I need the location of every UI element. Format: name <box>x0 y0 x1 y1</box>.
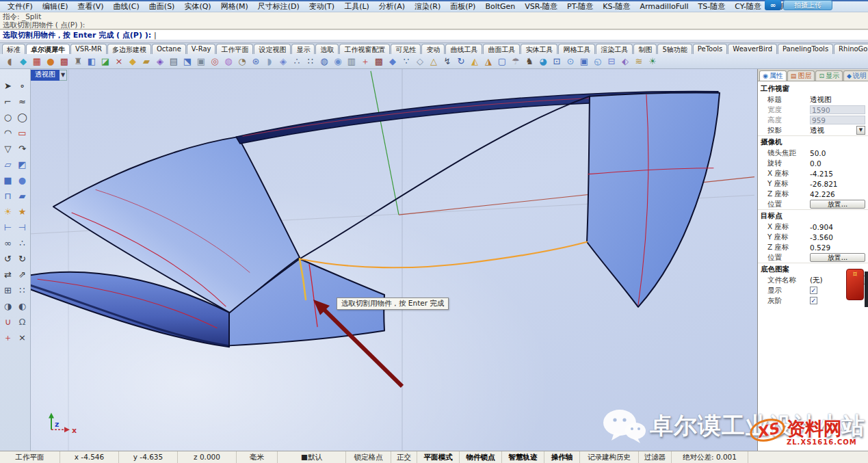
status-cell[interactable]: 毫米 <box>237 451 278 463</box>
menu-item[interactable]: 网格(M) <box>216 1 253 12</box>
tool-icon[interactable]: ⊢ <box>1 220 15 236</box>
status-cell[interactable]: z 0.000 <box>178 451 237 463</box>
grayscale-checkbox[interactable]: ✓ <box>810 297 817 304</box>
tool-icon[interactable]: ○ <box>1 110 15 126</box>
menu-item[interactable]: 面板(P) <box>445 1 480 12</box>
menu-item[interactable]: 曲线(C) <box>109 1 144 12</box>
camera-place-button[interactable]: 放置... <box>810 200 865 209</box>
toolbar-tab[interactable]: 选取 <box>315 44 339 54</box>
menu-item[interactable]: 渲染(R) <box>410 1 445 12</box>
menu-item[interactable]: 查看(V) <box>73 1 108 12</box>
property-value[interactable]: 0.0 <box>810 159 865 168</box>
toolbar-icon[interactable]: ▤ <box>167 55 181 68</box>
toolbar-icon[interactable]: ⬖ <box>618 55 632 68</box>
toolbar-icon[interactable]: ♜ <box>71 55 85 68</box>
upload-button[interactable]: 拍摄上传 <box>783 0 832 10</box>
toolbar-icon[interactable]: ▣ <box>577 55 591 68</box>
toolbar-tab[interactable]: PeTools <box>693 44 727 54</box>
toolbar-icon[interactable]: ▣ <box>194 55 208 68</box>
toolbar-icon[interactable]: ▰ <box>140 55 153 68</box>
tool-icon[interactable]: ▰ <box>15 189 29 204</box>
tool-icon[interactable]: ■ <box>1 173 15 189</box>
toolbar-tab[interactable]: 工作平面 <box>216 44 253 54</box>
toolbar-icon[interactable]: ◉ <box>331 55 345 68</box>
toolbar-icon[interactable]: ⬔ <box>181 55 194 68</box>
toolbar-tab[interactable]: VSR-MR <box>70 44 107 54</box>
toolbar-tab[interactable]: 标准 <box>2 44 25 54</box>
toolbar-icon[interactable]: ↻ <box>454 55 468 68</box>
status-cell[interactable]: 工作平面 <box>0 451 60 463</box>
panel-tab[interactable]: ◉ 属性 <box>759 70 787 81</box>
toolbar-icon[interactable]: ⊟ <box>605 55 618 68</box>
status-cell[interactable]: y -4.635 <box>119 451 178 463</box>
toolbar-icon[interactable]: ◔ <box>235 55 249 68</box>
status-cell[interactable]: 物件锁点 <box>460 451 502 463</box>
toolbar-icon[interactable]: ▩ <box>372 55 386 68</box>
toolbar-icon[interactable]: ⊡ <box>550 55 564 68</box>
toolbar-icon[interactable]: ⊙ <box>564 55 577 68</box>
menu-item[interactable]: 编辑(E) <box>38 1 73 12</box>
projection-dropdown[interactable]: 透视 ▼ <box>810 126 865 135</box>
tool-icon[interactable]: ⊞ <box>1 283 15 299</box>
tool-icon[interactable]: ⇄ <box>1 267 15 283</box>
property-value[interactable]: 0.529 <box>810 243 865 252</box>
status-cell[interactable]: 正交 <box>391 451 417 463</box>
tool-icon[interactable]: ◯ <box>15 110 29 126</box>
menu-item[interactable]: 工具(L) <box>339 1 374 12</box>
toolbar-icon[interactable]: ∷ <box>304 55 317 68</box>
menu-item[interactable]: 尺寸标注(D) <box>253 1 304 12</box>
toolbar-icon[interactable]: × <box>112 55 126 68</box>
toolbar-icon[interactable]: ◗ <box>263 55 276 68</box>
perspective-viewport[interactable]: 透视图 ▼ <box>31 69 757 451</box>
tool-icon[interactable]: ∪ <box>1 315 15 330</box>
toolbar-icon[interactable]: ◵ <box>591 55 605 68</box>
toolbar-icon[interactable]: ◮ <box>482 55 495 68</box>
toolbar-icon[interactable]: ⊛ <box>249 55 263 68</box>
toolbar-icon[interactable]: ↯ <box>440 55 454 68</box>
toolbar-icon[interactable]: ☂ <box>509 55 523 68</box>
tool-icon[interactable]: ◑ <box>1 299 15 315</box>
status-cell[interactable]: x -4.546 <box>60 451 119 463</box>
menu-item[interactable]: PT-随意 <box>562 1 598 12</box>
promo-red-icon[interactable]: ¤ <box>846 269 864 300</box>
show-checkbox[interactable]: ✓ <box>810 287 817 294</box>
toolbar-icon[interactable]: ◖ <box>3 55 16 68</box>
selected-curve-orange[interactable] <box>300 242 587 268</box>
viewport-title[interactable]: 透视图 <box>31 70 60 81</box>
property-value[interactable]: -26.821 <box>810 180 865 188</box>
menu-item[interactable]: BoltGen <box>480 2 520 11</box>
status-cell[interactable]: 过滤器 <box>639 451 672 463</box>
property-value[interactable]: 50.0 <box>810 149 865 157</box>
toolbar-icon[interactable]: ● <box>44 55 57 68</box>
toolbar-tab[interactable]: 可见性 <box>391 44 421 54</box>
toolbar-icon[interactable]: ◆ <box>386 55 399 68</box>
tool-icon[interactable]: ➤ <box>1 79 15 94</box>
menu-item[interactable]: VSR-随意 <box>520 1 562 12</box>
toolbar-icon[interactable]: ≋ <box>632 55 646 68</box>
target-place-button[interactable]: 放置... <box>810 253 865 262</box>
menu-item[interactable]: 变动(T) <box>304 1 339 12</box>
tool-icon[interactable]: ⌐ <box>1 94 15 110</box>
toolbar-tab[interactable]: RhinoGold <box>834 44 868 54</box>
status-cell[interactable]: 智慧轨迹 <box>502 451 544 463</box>
toolbar-tab[interactable]: 渲染工具 <box>596 44 633 54</box>
toolbar-icon[interactable]: ◭ <box>468 55 482 68</box>
chevron-down-icon[interactable]: ▼ <box>856 126 865 135</box>
surface-right[interactable] <box>587 92 720 306</box>
menu-item[interactable]: TS-随意 <box>694 1 731 12</box>
status-cell[interactable]: 锁定格点 <box>346 451 391 463</box>
toolbar-icon[interactable]: △ <box>427 55 440 68</box>
toolbar-tab[interactable]: 变动 <box>421 44 445 54</box>
toolbar-icon[interactable]: ＋ <box>358 55 372 68</box>
toolbar-icon[interactable]: ◧ <box>85 55 98 68</box>
panel-tab[interactable]: ⊡ 显示 <box>815 70 843 81</box>
toolbar-icon[interactable]: ◆ <box>16 55 30 68</box>
menu-item[interactable]: KS-随意 <box>598 1 635 12</box>
toolbar-tab[interactable]: 工作视窗配置 <box>339 44 390 54</box>
tool-icon[interactable]: ↻ <box>15 252 29 267</box>
tool-icon[interactable]: ◐ <box>15 299 29 315</box>
tool-icon[interactable]: ☀ <box>1 204 15 220</box>
tool-icon[interactable]: ↷ <box>15 142 29 157</box>
tool-icon[interactable]: ▽ <box>1 142 15 157</box>
tool-icon[interactable]: × <box>15 330 29 346</box>
